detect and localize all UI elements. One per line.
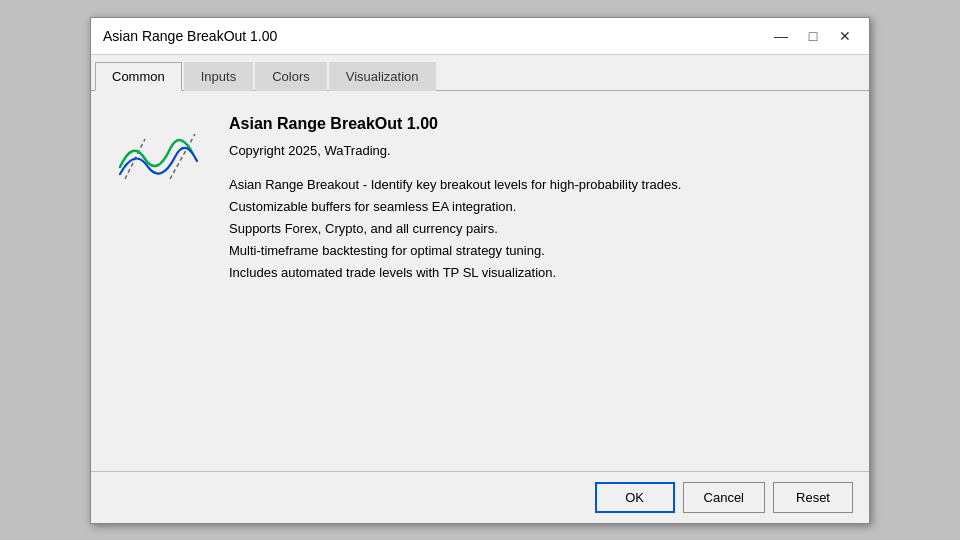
main-window: Asian Range BreakOut 1.00 — □ ✕ Common I… [90, 17, 870, 524]
info-text: Asian Range BreakOut 1.00 Copyright 2025… [229, 115, 845, 284]
tab-bar: Common Inputs Colors Visualization [91, 55, 869, 91]
indicator-description: Asian Range Breakout - Identify key brea… [229, 174, 845, 284]
window-title: Asian Range BreakOut 1.00 [103, 28, 277, 44]
tab-visualization[interactable]: Visualization [329, 62, 436, 91]
title-bar: Asian Range BreakOut 1.00 — □ ✕ [91, 18, 869, 55]
ok-button[interactable]: OK [595, 482, 675, 513]
cancel-button[interactable]: Cancel [683, 482, 765, 513]
close-button[interactable]: ✕ [833, 26, 857, 46]
info-area: Asian Range BreakOut 1.00 Copyright 2025… [115, 115, 845, 284]
indicator-copyright: Copyright 2025, WaTrading. [229, 143, 845, 158]
desc-line-4: Multi-timeframe backtesting for optimal … [229, 243, 545, 258]
desc-line-1: Asian Range Breakout - Identify key brea… [229, 177, 681, 192]
desc-line-2: Customizable buffers for seamless EA int… [229, 199, 516, 214]
maximize-button[interactable]: □ [801, 26, 825, 46]
footer: OK Cancel Reset [91, 471, 869, 523]
tab-common[interactable]: Common [95, 62, 182, 91]
indicator-logo [115, 119, 205, 199]
tab-colors[interactable]: Colors [255, 62, 327, 91]
reset-button[interactable]: Reset [773, 482, 853, 513]
minimize-button[interactable]: — [769, 26, 793, 46]
desc-line-3: Supports Forex, Crypto, and all currency… [229, 221, 498, 236]
tab-inputs[interactable]: Inputs [184, 62, 253, 91]
window-controls: — □ ✕ [769, 26, 857, 46]
content-area: Asian Range BreakOut 1.00 Copyright 2025… [91, 91, 869, 471]
indicator-title: Asian Range BreakOut 1.00 [229, 115, 845, 133]
desc-line-5: Includes automated trade levels with TP … [229, 265, 556, 280]
